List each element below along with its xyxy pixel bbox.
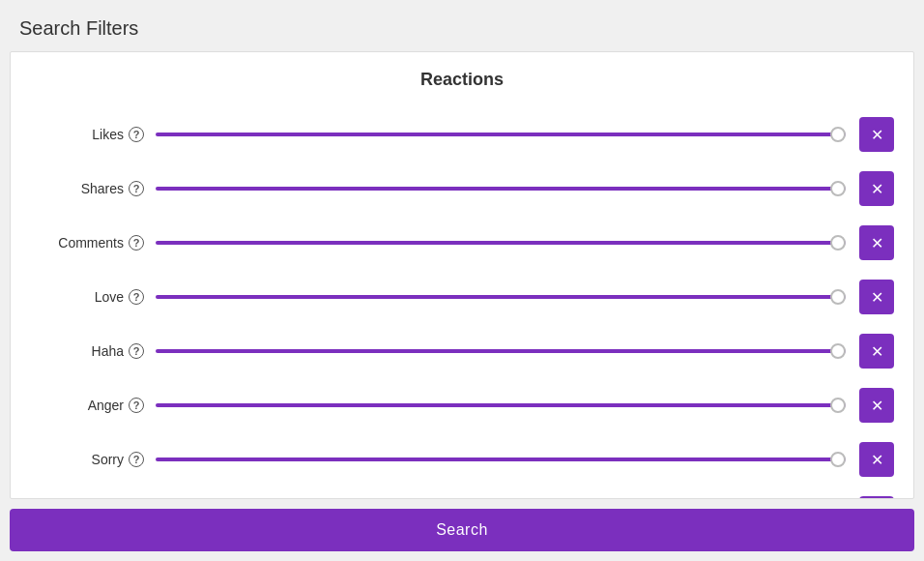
filter-row-haha: Haha?✕	[30, 324, 894, 378]
clear-button-anger[interactable]: ✕	[859, 388, 894, 423]
filter-label-likes: Likes?	[30, 127, 156, 142]
slider-container-love	[156, 287, 846, 307]
clear-button-likes[interactable]: ✕	[859, 117, 894, 152]
filter-label-love: Love?	[30, 289, 156, 305]
slider-comments[interactable]	[156, 241, 846, 245]
help-icon-love[interactable]: ?	[129, 289, 144, 305]
filter-row-comments: Comments?✕	[30, 216, 894, 270]
slider-love[interactable]	[156, 295, 846, 299]
slider-sorry[interactable]	[156, 458, 846, 461]
slider-container-haha	[156, 341, 846, 361]
filter-row-shares: Shares?✕	[30, 162, 894, 216]
main-panel: Reactions Likes?✕Shares?✕Comments?✕Love?…	[10, 51, 914, 499]
search-bar: Search	[0, 499, 924, 561]
page-container: Search Filters Reactions Likes?✕Shares?✕…	[0, 0, 924, 561]
slider-container-comments	[156, 233, 846, 252]
filter-label-text-comments: Comments	[58, 235, 124, 251]
slider-haha[interactable]	[156, 349, 846, 353]
help-icon-anger[interactable]: ?	[129, 398, 144, 413]
filter-label-shares: Shares?	[30, 181, 156, 196]
filter-label-text-likes: Likes	[92, 127, 124, 142]
help-icon-haha[interactable]: ?	[129, 343, 144, 359]
panel-header: Reactions	[11, 52, 913, 103]
filter-row-sorry: Sorry?✕	[30, 432, 894, 487]
slider-container-anger	[156, 396, 846, 415]
slider-container-likes	[156, 125, 846, 144]
help-icon-comments[interactable]: ?	[129, 235, 144, 251]
filter-row-likes: Likes?✕	[30, 107, 894, 162]
slider-likes[interactable]	[156, 133, 846, 136]
filter-label-anger: Anger?	[30, 398, 156, 413]
slider-container-shares	[156, 179, 846, 198]
filter-label-text-sorry: Sorry	[92, 452, 124, 467]
clear-button-wow[interactable]: ✕	[859, 496, 894, 498]
filter-label-text-haha: Haha	[92, 343, 124, 359]
filter-row-anger: Anger?✕	[30, 378, 894, 432]
clear-button-love[interactable]: ✕	[859, 280, 894, 314]
filters-scroll: Likes?✕Shares?✕Comments?✕Love?✕Haha?✕Ang…	[11, 103, 913, 498]
help-icon-sorry[interactable]: ?	[129, 452, 144, 467]
slider-shares[interactable]	[156, 187, 846, 191]
filter-label-comments: Comments?	[30, 235, 156, 251]
filter-label-sorry: Sorry?	[30, 452, 156, 467]
filter-row-wow: Wow?✕	[30, 487, 894, 498]
clear-button-haha[interactable]: ✕	[859, 334, 894, 369]
filter-label-haha: Haha?	[30, 343, 156, 359]
clear-button-sorry[interactable]: ✕	[859, 442, 894, 477]
filter-row-love: Love?✕	[30, 270, 894, 324]
slider-container-sorry	[156, 450, 846, 469]
filter-label-text-anger: Anger	[88, 398, 124, 413]
page-title: Search Filters	[0, 0, 924, 51]
help-icon-likes[interactable]: ?	[129, 127, 144, 142]
clear-button-shares[interactable]: ✕	[859, 171, 894, 206]
filter-label-text-shares: Shares	[81, 181, 124, 196]
help-icon-shares[interactable]: ?	[129, 181, 144, 196]
filter-label-text-love: Love	[95, 289, 124, 305]
slider-anger[interactable]	[156, 403, 846, 407]
clear-button-comments[interactable]: ✕	[859, 225, 894, 260]
search-button[interactable]: Search	[10, 509, 914, 551]
